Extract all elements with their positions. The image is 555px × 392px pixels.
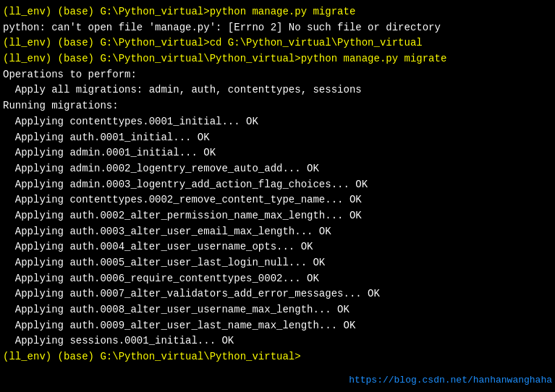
terminal-line: Applying auth.0008_alter_user_username_m… bbox=[3, 302, 552, 318]
terminal-line: Applying auth.0001_initial... OK bbox=[3, 130, 552, 146]
terminal-line: Applying admin.0003_logentry_add_action_… bbox=[3, 177, 552, 193]
terminal-line: Applying contenttypes.0001_initial... OK bbox=[3, 114, 552, 130]
terminal-line: (ll_env) (base) G:\Python_virtual>cd G:\… bbox=[3, 35, 552, 51]
terminal-line: (ll_env) (base) G:\Python_virtual>python… bbox=[3, 4, 552, 20]
terminal-output: (ll_env) (base) G:\Python_virtual>python… bbox=[3, 4, 552, 365]
terminal-line: Applying auth.0007_alter_validators_add_… bbox=[3, 286, 552, 302]
terminal-line: (ll_env) (base) G:\Python_virtual\Python… bbox=[3, 51, 552, 67]
terminal-line: Applying admin.0002_logentry_remove_auto… bbox=[3, 161, 552, 177]
watermark: https://blog.csdn.net/hanhanwanghaha bbox=[349, 373, 552, 388]
terminal-line: Apply all migrations: admin, auth, conte… bbox=[3, 82, 552, 98]
terminal-line: Operations to perform: bbox=[3, 67, 552, 83]
terminal-line: python: can't open file 'manage.py': [Er… bbox=[3, 20, 552, 36]
terminal-line: Applying auth.0004_alter_user_username_o… bbox=[3, 239, 552, 255]
terminal-line: Running migrations: bbox=[3, 98, 552, 114]
terminal-window: (ll_env) (base) G:\Python_virtual>python… bbox=[0, 0, 555, 392]
terminal-line: Applying contenttypes.0002_remove_conten… bbox=[3, 192, 552, 208]
terminal-line: Applying auth.0009_alter_user_last_name_… bbox=[3, 318, 552, 334]
terminal-line: Applying auth.0006_require_contenttypes_… bbox=[3, 271, 552, 287]
terminal-line: (ll_env) (base) G:\Python_virtual\Python… bbox=[3, 349, 552, 365]
terminal-line: Applying auth.0005_alter_user_last_login… bbox=[3, 255, 552, 271]
terminal-line: Applying sessions.0001_initial... OK bbox=[3, 333, 552, 349]
terminal-line: Applying auth.0003_alter_user_email_max_… bbox=[3, 224, 552, 240]
terminal-line: Applying auth.0002_alter_permission_name… bbox=[3, 208, 552, 224]
terminal-line: Applying admin.0001_initial... OK bbox=[3, 145, 552, 161]
